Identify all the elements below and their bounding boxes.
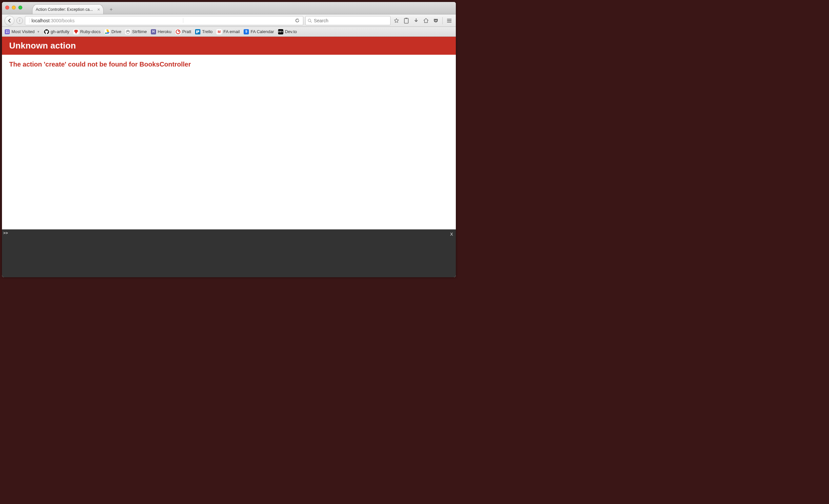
bookmark-label: Trello — [202, 29, 213, 34]
bookmark-item-fa-calendar[interactable]: 9FA Calendar — [244, 29, 274, 34]
menu-icon — [446, 18, 452, 24]
bookmark-item-ruby-docs[interactable]: Ruby-docs — [73, 29, 101, 34]
bookmark-label: Dev.to — [285, 29, 297, 34]
site-info-button[interactable]: i — [16, 17, 23, 24]
bookmark-item-heroku[interactable]: HHeroku — [151, 29, 172, 34]
back-button[interactable] — [5, 16, 14, 26]
home-icon — [423, 18, 429, 24]
bookmark-label: Strftime — [132, 29, 147, 34]
reload-button[interactable] — [293, 18, 301, 23]
pocket-button[interactable] — [432, 17, 440, 25]
browser-window: Action Controller: Exception ca... × + i… — [2, 2, 456, 277]
arrow-left-icon — [7, 18, 12, 23]
clipboard-icon — [404, 18, 409, 24]
info-icon: i — [19, 18, 20, 23]
download-icon — [413, 18, 419, 24]
library-button[interactable] — [402, 17, 410, 25]
bookmark-label: Ruby-docs — [80, 29, 101, 34]
error-banner: Unknown action — [2, 37, 456, 55]
bookmark-item-most-visited[interactable]: Most Visited▼ — [5, 29, 40, 34]
home-button[interactable] — [422, 17, 430, 25]
toolbar: i localhost:3000/books — [2, 14, 456, 27]
bookmark-item-fa-email[interactable]: MFA email — [216, 29, 240, 34]
tab-close-button[interactable]: × — [97, 7, 100, 12]
bookmarks-bar: Most Visited▼gh-artfullyRuby-docsDriveSt… — [2, 27, 456, 37]
star-icon — [394, 18, 399, 24]
bookmark-item-drive[interactable]: Drive — [105, 29, 121, 34]
console-close-button[interactable]: x — [450, 231, 453, 237]
bookmark-label: Drive — [111, 29, 121, 34]
error-title: Unknown action — [9, 41, 76, 50]
bookmark-label: Pratt — [182, 29, 191, 34]
downloads-button[interactable] — [412, 17, 420, 25]
svg-rect-3 — [6, 31, 7, 32]
svg-point-9 — [176, 30, 180, 34]
chevron-down-icon: ▼ — [37, 30, 40, 33]
svg-rect-11 — [196, 30, 198, 33]
reload-icon — [295, 18, 300, 23]
bookmark-label: FA Calendar — [251, 29, 274, 34]
bookmark-item-gh-artfully[interactable]: gh-artfully — [44, 29, 70, 34]
console-prompt: >> — [3, 231, 8, 235]
bookmark-label: gh-artfully — [51, 29, 70, 34]
new-tab-button[interactable]: + — [107, 6, 115, 13]
error-message: The action 'create' could not be found f… — [2, 55, 456, 74]
window-close-button[interactable] — [5, 6, 9, 9]
url-bar[interactable]: localhost:3000/books — [25, 16, 303, 25]
svg-rect-12 — [198, 30, 200, 32]
page-content: Unknown action The action 'create' could… — [2, 37, 456, 277]
svg-rect-4 — [7, 31, 8, 32]
titlebar: Action Controller: Exception ca... × + — [2, 2, 456, 14]
bookmark-label: FA email — [223, 29, 240, 34]
pocket-icon — [433, 18, 439, 24]
bookmark-label: Heroku — [158, 29, 172, 34]
bookmark-star-button[interactable] — [393, 17, 400, 25]
svg-rect-1 — [404, 18, 408, 23]
hamburger-menu-button[interactable] — [445, 17, 453, 25]
bookmark-item-trello[interactable]: Trello — [195, 29, 213, 34]
search-input[interactable] — [314, 18, 388, 23]
url-path: /books — [61, 18, 74, 23]
web-console[interactable]: >> x — [2, 229, 456, 277]
svg-rect-6 — [7, 32, 8, 33]
svg-point-10 — [178, 31, 179, 32]
svg-rect-2 — [405, 18, 407, 19]
url-port: :3000 — [49, 18, 61, 23]
svg-rect-5 — [6, 32, 7, 33]
toolbar-separator — [442, 17, 443, 24]
bookmark-item-dev-to[interactable]: DEVDev.to — [278, 29, 297, 34]
window-maximize-button[interactable] — [19, 6, 22, 9]
bookmark-label: Most Visited — [11, 29, 35, 34]
bookmark-item-pratt[interactable]: Pratt — [175, 29, 191, 34]
url-host: localhost — [32, 18, 49, 23]
search-box[interactable] — [305, 16, 391, 25]
window-controls — [5, 6, 22, 9]
window-minimize-button[interactable] — [12, 6, 16, 9]
search-icon — [308, 18, 312, 23]
bookmark-item-strftime[interactable]: Strftime — [125, 29, 147, 34]
tab-title: Action Controller: Exception ca... — [36, 7, 96, 12]
browser-tab[interactable]: Action Controller: Exception ca... × — [32, 4, 104, 14]
